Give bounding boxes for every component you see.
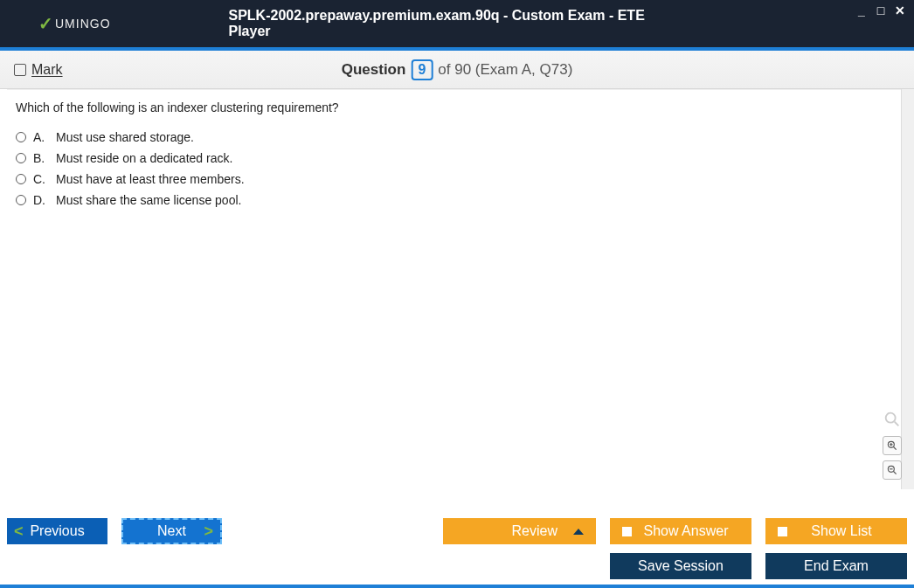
mark-checkbox[interactable]	[14, 64, 26, 76]
end-exam-button[interactable]: End Exam	[765, 553, 907, 579]
window-title: SPLK-2002.prepaway.premium.exam.90q - Cu…	[229, 8, 686, 39]
button-label: End Exam	[804, 558, 869, 574]
question-total: of 90 (Exam A, Q73)	[438, 61, 572, 79]
question-text: Which of the following is an indexer clu…	[16, 100, 898, 114]
question-word: Question	[342, 61, 406, 79]
radio-icon[interactable]	[16, 195, 26, 205]
zoom-in-icon[interactable]	[883, 436, 902, 455]
footer-row-2: Save Session End Exam	[7, 551, 907, 581]
save-session-button[interactable]: Save Session	[610, 553, 751, 579]
search-icon[interactable]	[883, 410, 902, 429]
show-list-button[interactable]: Show List	[765, 518, 907, 544]
question-indicator: Question 9 of 90 (Exam A, Q73)	[342, 59, 573, 80]
question-header-bar: Mark Question 9 of 90 (Exam A, Q73)	[0, 51, 914, 89]
mark-label: Mark	[31, 62, 63, 78]
button-label: Show Answer	[644, 523, 729, 539]
question-content: Which of the following is an indexer clu…	[7, 89, 907, 489]
scrollbar[interactable]	[901, 89, 914, 489]
previous-button[interactable]: < Previous	[7, 518, 107, 544]
svg-line-3	[894, 447, 897, 450]
title-bar: ✓ UMINGO SPLK-2002.prepaway.premium.exam…	[0, 0, 914, 47]
mark-toggle[interactable]: Mark	[14, 62, 63, 78]
window-controls: _ □ ✕	[855, 3, 907, 17]
answer-letter: C.	[33, 172, 49, 186]
chevron-left-icon: <	[14, 522, 24, 541]
triangle-up-icon	[573, 529, 584, 535]
answer-option[interactable]: D. Must share the same license pool.	[16, 193, 898, 207]
answer-text: Must have at least three members.	[56, 172, 245, 186]
bottom-accent-strip	[0, 585, 914, 588]
radio-icon[interactable]	[16, 153, 26, 163]
svg-line-1	[895, 422, 899, 426]
square-icon	[778, 527, 787, 536]
svg-point-0	[886, 413, 896, 423]
footer: < Previous Next > Review Show Answer Sho…	[7, 516, 907, 581]
svg-line-7	[894, 472, 897, 474]
zoom-out-icon[interactable]	[883, 460, 902, 480]
answer-option[interactable]: A. Must use shared storage.	[16, 130, 898, 144]
radio-icon[interactable]	[16, 132, 26, 142]
button-label: Next	[157, 523, 186, 539]
review-button[interactable]: Review	[443, 518, 596, 544]
radio-icon[interactable]	[16, 174, 26, 184]
close-icon[interactable]: ✕	[893, 3, 907, 17]
logo-text: UMINGO	[55, 17, 111, 31]
logo: ✓ UMINGO	[38, 13, 111, 34]
button-label: Review	[512, 523, 557, 539]
answers-list: A. Must use shared storage. B. Must resi…	[16, 130, 898, 207]
answer-letter: D.	[33, 193, 49, 207]
show-answer-button[interactable]: Show Answer	[610, 518, 751, 544]
zoom-controls	[883, 410, 902, 480]
button-label: Previous	[30, 523, 84, 539]
answer-text: Must share the same license pool.	[56, 193, 241, 207]
footer-row-1: < Previous Next > Review Show Answer Sho…	[7, 516, 907, 546]
next-button[interactable]: Next >	[121, 518, 222, 544]
answer-text: Must reside on a dedicated rack.	[56, 151, 232, 165]
answer-letter: A.	[33, 130, 49, 144]
chevron-right-icon: >	[204, 522, 213, 541]
button-label: Show List	[811, 523, 871, 539]
answer-option[interactable]: C. Must have at least three members.	[16, 172, 898, 186]
square-icon	[622, 527, 632, 536]
button-label: Save Session	[638, 558, 724, 574]
logo-check-icon: ✓	[38, 13, 53, 34]
maximize-icon[interactable]: □	[874, 3, 888, 17]
question-number: 9	[411, 59, 433, 80]
answer-letter: B.	[33, 151, 49, 165]
answer-text: Must use shared storage.	[56, 130, 194, 144]
minimize-icon[interactable]: _	[855, 3, 869, 17]
answer-option[interactable]: B. Must reside on a dedicated rack.	[16, 151, 898, 165]
